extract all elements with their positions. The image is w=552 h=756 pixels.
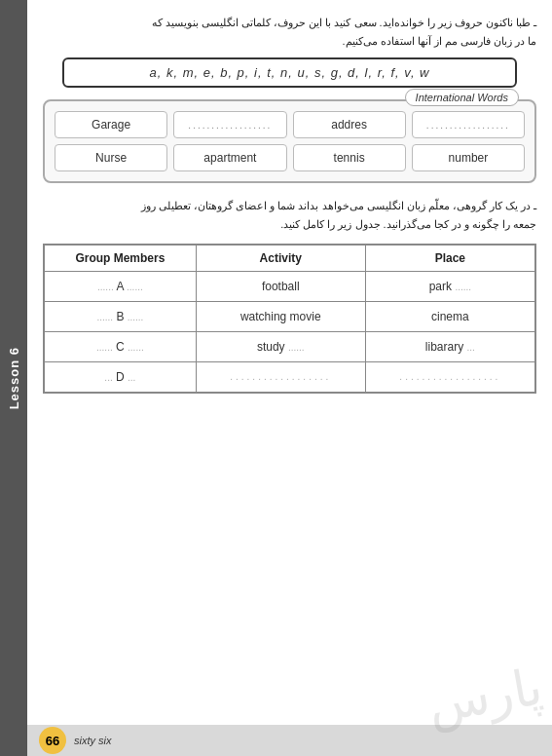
activity-d: .................. bbox=[196, 361, 365, 393]
table-row: ...... A ...... football park ...... bbox=[44, 271, 535, 301]
word-cell-garage: Garage bbox=[55, 111, 167, 138]
table-row: ... D ... .................. ...........… bbox=[44, 361, 535, 393]
intl-words-label: International Words bbox=[405, 89, 519, 106]
activity-watching-movie: watching movie bbox=[196, 301, 365, 331]
word-cell-dot2: .................. bbox=[412, 111, 525, 138]
main-content: ـ طبا ناکنون حروف زیر را خوانده‌اید. سعی… bbox=[27, 0, 552, 756]
footer: 66 sixty six bbox=[27, 725, 552, 756]
section5-text-line2: ما در زبان فارسی مم از آنها استفاده می‌ک… bbox=[342, 35, 536, 47]
table-header-group: Group Members bbox=[44, 245, 196, 272]
section5-text-line1: ـ طبا ناکنون حروف زیر را خوانده‌اید. سعی… bbox=[152, 17, 536, 28]
section5: ـ طبا ناکنون حروف زیر را خوانده‌اید. سعی… bbox=[43, 14, 536, 183]
word-cell-dot1: .................. bbox=[173, 111, 286, 138]
letters-text: a, k, m, e, b, p, i, t, n, u, s, g, d, l… bbox=[149, 65, 429, 80]
page-number-text: sixty six bbox=[74, 735, 112, 746]
group-b: ...... B ...... bbox=[44, 301, 196, 331]
word-cell-addres: addres bbox=[293, 111, 406, 138]
section6-title: ـ در یک کار گروهی، معلّم زبان انگلیسی می… bbox=[43, 197, 536, 233]
table-header-activity: Activity bbox=[196, 245, 365, 272]
word-cell-tennis: tennis bbox=[293, 144, 406, 171]
group-a: ...... A ...... bbox=[44, 271, 196, 301]
lesson-tab: Lesson 6 bbox=[0, 0, 27, 756]
table-row: ...... B ...... watching movie cinema bbox=[44, 301, 535, 331]
word-cell-apartment: apartment bbox=[173, 144, 286, 171]
activity-football: football bbox=[196, 271, 365, 301]
section6-text-line2: جمعه را چگونه و در کجا می‌گذرانید. جدول … bbox=[280, 218, 536, 230]
intl-words-section: International Words Garage .............… bbox=[43, 99, 536, 183]
word-cell-nurse: Nurse bbox=[55, 144, 167, 171]
place-park: park ...... bbox=[365, 271, 535, 301]
place-libarary: libarary ... bbox=[365, 331, 535, 361]
place-cinema: cinema bbox=[365, 301, 535, 331]
table-header-place: Place bbox=[365, 245, 535, 272]
group-c: ...... C ...... bbox=[44, 331, 196, 361]
activity-study: study ...... bbox=[196, 331, 365, 361]
group-d: ... D ... bbox=[44, 361, 196, 393]
section6: ـ در یک کار گروهی، معلّم زبان انگلیسی می… bbox=[43, 197, 536, 393]
activity-table: Group Members Activity Place ...... A ..… bbox=[43, 244, 536, 394]
section5-title: ـ طبا ناکنون حروف زیر را خوانده‌اید. سعی… bbox=[43, 14, 536, 50]
word-cell-number: number bbox=[412, 144, 525, 171]
letters-box: a, k, m, e, b, p, i, t, n, u, s, g, d, l… bbox=[62, 57, 516, 88]
section6-text-line1: ـ در یک کار گروهی، معلّم زبان انگلیسی می… bbox=[141, 200, 536, 211]
words-grid: Garage .................. addres .......… bbox=[55, 111, 525, 171]
place-d: .................. bbox=[365, 361, 535, 393]
table-row: ...... C ...... study ...... libarary ..… bbox=[44, 331, 535, 361]
lesson-tab-label: Lesson 6 bbox=[7, 347, 21, 409]
page-number-badge: 66 bbox=[39, 727, 66, 754]
